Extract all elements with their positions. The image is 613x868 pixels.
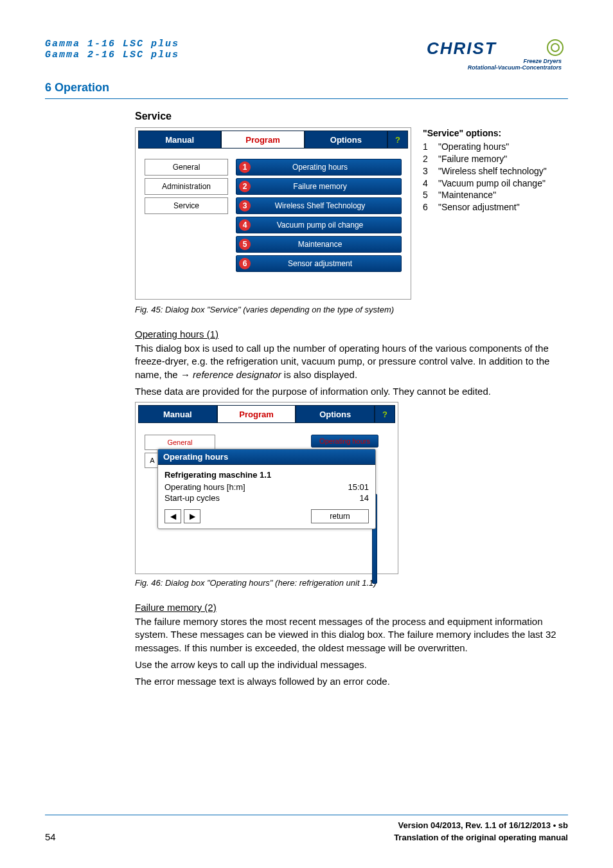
sidebar-item-general[interactable]: General bbox=[145, 159, 228, 176]
callout-5-icon: 5 bbox=[239, 239, 251, 250]
product-text-1: Gamma 1-16 LSC plus bbox=[45, 39, 179, 50]
section-title: 6 Operation bbox=[45, 81, 568, 95]
sidebar-item-service[interactable]: Service bbox=[145, 197, 228, 214]
operating-hours-popup: Operating hours Refrigerating maschine 1… bbox=[157, 449, 376, 529]
text: is also displayed. bbox=[281, 369, 357, 380]
row-operating-hours: Operating hours [h:m] 15:01 bbox=[164, 482, 369, 492]
legend-num: 1 bbox=[423, 141, 432, 153]
tabbar: Manual Program Options ? bbox=[138, 131, 408, 149]
callout-2-icon: 2 bbox=[239, 181, 251, 192]
popup-body: Refrigerating maschine 1.1 Operating hou… bbox=[158, 465, 375, 529]
legend-row: 1"Operating hours" bbox=[423, 141, 547, 153]
christ-logo-svg: CHRIST Freeze Dryers Rotational-Vacuum-C… bbox=[427, 39, 568, 72]
tab-manual[interactable]: Manual bbox=[138, 405, 217, 423]
tab-program[interactable]: Program bbox=[221, 131, 304, 149]
sidebar-item-administration[interactable]: Administration bbox=[145, 178, 228, 195]
failure-memory-heading: Failure memory (2) bbox=[135, 602, 559, 613]
ref-designator: reference designator bbox=[190, 369, 281, 380]
dialog-body: General A Operating hours Operating hour… bbox=[138, 423, 395, 571]
op-hours-dialog: Manual Program Options ? General A Opera… bbox=[135, 402, 398, 574]
product-block: Gamma 1-16 LSC plus Gamma 2-16 LSC plus bbox=[45, 39, 179, 60]
menu-operating-hours[interactable]: 1Operating hours bbox=[236, 159, 402, 176]
ghost-operating-hours-label: Operating hours bbox=[311, 435, 378, 448]
logo-sub1: Freeze Dryers bbox=[523, 58, 562, 64]
menu-label: Operating hours bbox=[256, 163, 401, 172]
op-hours-para1: This dialog box is used to call up the n… bbox=[135, 342, 559, 381]
tabbar: Manual Program Options ? bbox=[138, 405, 395, 423]
legend-text: "Operating hours" bbox=[438, 141, 509, 153]
legend-text: "Maintenance" bbox=[438, 189, 496, 201]
fig45-caption: Fig. 45: Dialog box "Service" (varies de… bbox=[135, 305, 559, 314]
header-divider bbox=[45, 98, 568, 99]
dialog-body: General Administration Service 1Operatin… bbox=[138, 149, 408, 296]
page-number: 54 bbox=[45, 831, 56, 842]
content-area: Service Manual Program Options ? General… bbox=[135, 111, 559, 688]
menu-wireless-shelf[interactable]: 3Wireless Shelf Technology bbox=[236, 197, 402, 214]
failure-para1: The failure memory stores the most recen… bbox=[135, 615, 559, 655]
legend-num: 5 bbox=[423, 189, 432, 201]
legend-text: "Sensor adjustment" bbox=[438, 201, 520, 213]
legend-text: "Failure memory" bbox=[438, 153, 507, 165]
version-line: Version 04/2013, Rev. 1.1 of 16/12/2013 … bbox=[394, 820, 568, 830]
value: 15:01 bbox=[348, 482, 369, 492]
legend-row: 4"Vacuum pump oil change" bbox=[423, 177, 547, 190]
tab-manual[interactable]: Manual bbox=[138, 131, 221, 149]
product-text-2: Gamma 2-16 LSC plus bbox=[45, 50, 179, 60]
op-hours-para2: These data are provided for the purpose … bbox=[135, 385, 559, 398]
failure-para2: Use the arrow keys to call up the indivi… bbox=[135, 658, 559, 671]
legend-row: 5"Maintenance" bbox=[423, 189, 547, 201]
menu-maintenance[interactable]: 5Maintenance bbox=[236, 236, 402, 253]
legend-text: "Vacuum pump oil change" bbox=[438, 177, 546, 190]
menu-failure-memory[interactable]: 2Failure memory bbox=[236, 178, 402, 195]
prev-button[interactable]: ◀ bbox=[164, 509, 181, 523]
footer-right: Version 04/2013, Rev. 1.1 of 16/12/2013 … bbox=[394, 820, 568, 842]
menu-vacuum-oil[interactable]: 4Vacuum pump oil change bbox=[236, 217, 402, 233]
legend-num: 2 bbox=[423, 153, 432, 165]
menu-sensor-adjustment[interactable]: 6Sensor adjustment bbox=[236, 255, 402, 272]
popup-controls: ◀ ▶ return bbox=[164, 509, 369, 523]
menu-label: Failure memory bbox=[256, 182, 401, 191]
callout-4-icon: 4 bbox=[239, 219, 251, 231]
tab-help[interactable]: ? bbox=[387, 131, 408, 149]
legend-row: 3"Wireless shelf technology" bbox=[423, 165, 547, 177]
fig46-caption: Fig. 46: Dialog box "Operating hours" (h… bbox=[135, 578, 559, 588]
menu-label: Sensor adjustment bbox=[256, 259, 401, 268]
callout-1-icon: 1 bbox=[239, 161, 251, 173]
legend-num: 3 bbox=[423, 165, 432, 177]
product-line-2: Gamma 2-16 LSC plus bbox=[45, 50, 179, 60]
service-heading: Service bbox=[135, 111, 559, 122]
legend-num: 4 bbox=[423, 177, 432, 190]
logo-swirl-icon bbox=[547, 40, 563, 55]
tab-options[interactable]: Options bbox=[296, 405, 375, 423]
tab-program[interactable]: Program bbox=[217, 405, 296, 423]
page-header: Gamma 1-16 LSC plus Gamma 2-16 LSC plus … bbox=[45, 39, 568, 75]
operating-hours-heading: Operating hours (1) bbox=[135, 329, 559, 339]
component-name: Refrigerating maschine 1.1 bbox=[164, 470, 369, 480]
brand-logo: CHRIST Freeze Dryers Rotational-Vacuum-C… bbox=[427, 39, 568, 75]
return-button[interactable]: return bbox=[311, 509, 369, 523]
menu-label: Wireless Shelf Technology bbox=[256, 201, 401, 210]
service-menu: 1Operating hours 2Failure memory 3Wirele… bbox=[236, 159, 402, 286]
next-button[interactable]: ▶ bbox=[184, 509, 200, 523]
menu-label: Vacuum pump oil change bbox=[256, 221, 401, 230]
logo-swirl-inner-icon bbox=[551, 44, 559, 51]
failure-para3: The error message text is always followe… bbox=[135, 675, 559, 688]
label: Operating hours [h:m] bbox=[164, 482, 245, 492]
legend-row: 6"Sensor adjustment" bbox=[423, 201, 547, 213]
label: Start-up cycles bbox=[164, 493, 220, 503]
service-dialog-row: Manual Program Options ? General Adminis… bbox=[135, 127, 559, 300]
legend-text: "Wireless shelf technology" bbox=[438, 165, 547, 177]
logo-text: CHRIST bbox=[427, 39, 497, 58]
logo-sub2: Rotational-Vacuum-Concentrators bbox=[468, 64, 562, 71]
row-startup-cycles: Start-up cycles 14 bbox=[164, 493, 369, 503]
service-dialog: Manual Program Options ? General Adminis… bbox=[135, 127, 411, 300]
tab-help[interactable]: ? bbox=[375, 405, 395, 423]
arrow-group: ◀ ▶ bbox=[164, 509, 200, 523]
product-line-1: Gamma 1-16 LSC plus bbox=[45, 39, 179, 50]
sidebar: General Administration Service bbox=[145, 159, 228, 286]
translation-line: Translation of the original operating ma… bbox=[394, 833, 568, 842]
callout-6-icon: 6 bbox=[239, 258, 251, 269]
tab-options[interactable]: Options bbox=[305, 131, 387, 149]
page: Gamma 1-16 LSC plus Gamma 2-16 LSC plus … bbox=[0, 0, 613, 868]
service-legend: "Service" options: 1"Operating hours" 2"… bbox=[423, 127, 547, 213]
